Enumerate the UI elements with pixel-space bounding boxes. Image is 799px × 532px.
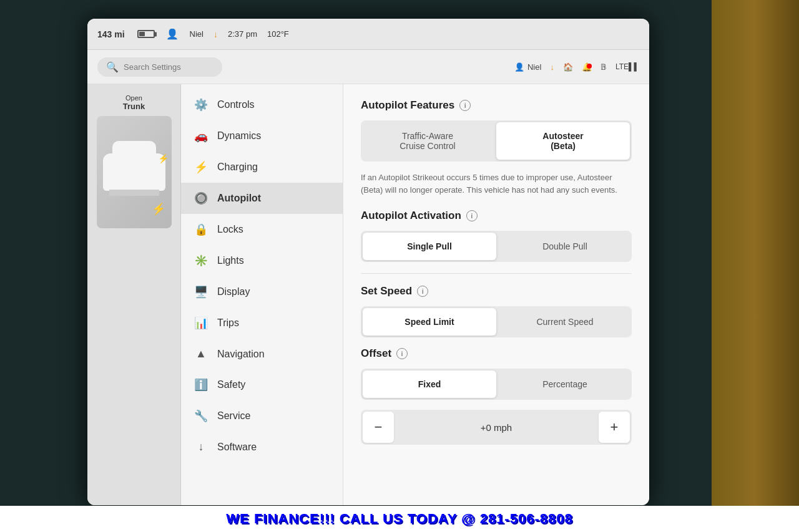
set-speed-info-icon[interactable]: i xyxy=(417,286,428,297)
bolt-badge: ⚡ xyxy=(158,153,169,163)
header-home-icon: 🏠 xyxy=(563,62,573,72)
speed-limit-btn[interactable]: Speed Limit xyxy=(363,308,496,336)
decrease-speed-btn[interactable]: − xyxy=(363,412,394,443)
trips-icon: 📊 xyxy=(194,316,208,330)
sidebar-item-controls[interactable]: ⚙️ Controls xyxy=(181,89,343,120)
sidebar-item-navigation[interactable]: ▲ Navigation xyxy=(181,339,343,369)
traffic-aware-btn[interactable]: Traffic-AwareCruise Control xyxy=(361,120,494,162)
bottom-banner-text: WE FINANCE!!! CALL US TODAY @ 281-506-88… xyxy=(226,511,572,526)
navigation-icon: ▲ xyxy=(194,347,208,360)
main-layout: Open Trunk ⚡ ⚡ ⚙️ Controls 🚗 Dynamics ⚡ … xyxy=(87,84,649,505)
sidebar-item-lights[interactable]: ✳️ Lights xyxy=(181,245,343,276)
offset-title: Offset xyxy=(361,347,391,360)
autopilot-features-info-icon[interactable]: i xyxy=(459,100,471,111)
autopilot-icon: 🔘 xyxy=(194,191,208,205)
bottom-banner: WE FINANCE!!! CALL US TODAY @ 281-506-88… xyxy=(0,506,799,532)
header-icons: 👤 Niel ↓ 🏠 🔔 𝔹 LTE▌▌ xyxy=(514,62,639,72)
current-speed-btn[interactable]: Current Speed xyxy=(498,306,632,337)
content-area: Autopilot Features i Traffic-AwareCruise… xyxy=(343,84,649,505)
software-icon: ↓ xyxy=(194,440,208,453)
set-speed-section: Set Speed i xyxy=(361,285,632,297)
speed-control: − +0 mph + xyxy=(361,410,632,445)
set-speed-toggle: Speed Limit Current Speed xyxy=(361,306,632,337)
safety-icon: ℹ️ xyxy=(194,378,208,392)
service-icon: 🔧 xyxy=(194,409,208,423)
header-download-icon: ↓ xyxy=(550,62,554,72)
offset-toggle: Fixed Percentage xyxy=(361,369,632,400)
sidebar-item-charging[interactable]: ⚡ Charging xyxy=(181,152,343,183)
autopilot-activation-info-icon[interactable]: i xyxy=(466,210,478,221)
sidebar-item-trips[interactable]: 📊 Trips xyxy=(181,307,343,339)
screen-container: 143 mi 👤 Niel ↓ 2:37 pm 102°F 🔍 👤 Niel ↓… xyxy=(87,19,649,505)
lights-icon: ✳️ xyxy=(194,254,208,268)
search-box[interactable]: 🔍 xyxy=(97,57,222,77)
mileage: 143 mi xyxy=(97,29,125,39)
autopilot-activation-title: Autopilot Activation xyxy=(361,210,461,222)
double-pull-btn[interactable]: Double Pull xyxy=(498,231,632,262)
controls-icon: ⚙️ xyxy=(194,98,208,112)
notification-dot xyxy=(587,64,592,69)
fixed-btn[interactable]: Fixed xyxy=(363,370,496,398)
header-user: 👤 Niel xyxy=(514,62,541,72)
notification-wrapper: 🔔 xyxy=(582,62,592,72)
percentage-btn[interactable]: Percentage xyxy=(498,369,632,400)
autopilot-activation-section: Autopilot Activation i xyxy=(361,210,632,222)
status-temp: 102°F xyxy=(267,29,289,39)
sidebar-item-safety[interactable]: ℹ️ Safety xyxy=(181,369,343,400)
offset-info-icon[interactable]: i xyxy=(396,348,408,359)
right-wood-panel xyxy=(712,0,799,532)
display-icon: 🖥️ xyxy=(194,285,208,299)
header-bar: 🔍 👤 Niel ↓ 🏠 🔔 𝔹 LTE▌▌ xyxy=(87,50,649,84)
sidebar: ⚙️ Controls 🚗 Dynamics ⚡ Charging 🔘 Auto… xyxy=(181,84,343,505)
status-bar: 143 mi 👤 Niel ↓ 2:37 pm 102°F xyxy=(87,19,649,50)
sidebar-item-autopilot[interactable]: 🔘 Autopilot xyxy=(181,183,343,214)
car-image: ⚡ ⚡ xyxy=(97,116,172,228)
search-icon: 🔍 xyxy=(106,61,119,73)
lightning-badge: ⚡ xyxy=(152,202,165,216)
download-arrow-status: ↓ xyxy=(213,29,218,39)
section-divider-1 xyxy=(361,273,632,274)
autosteer-btn[interactable]: Autosteer(Beta) xyxy=(496,122,630,160)
autopilot-features-section: Autopilot Features i xyxy=(361,99,632,112)
sidebar-item-dynamics[interactable]: 🚗 Dynamics xyxy=(181,120,343,152)
status-time: 2:37 pm xyxy=(228,29,257,39)
car-silhouette xyxy=(103,153,165,191)
sidebar-item-locks[interactable]: 🔒 Locks xyxy=(181,214,343,245)
sidebar-item-service[interactable]: 🔧 Service xyxy=(181,400,343,432)
autopilot-activation-toggle: Single Pull Double Pull xyxy=(361,231,632,262)
sidebar-item-software[interactable]: ↓ Software xyxy=(181,432,343,462)
battery-icon xyxy=(137,30,155,38)
header-username: Niel xyxy=(527,62,541,72)
sidebar-item-display[interactable]: 🖥️ Display xyxy=(181,276,343,307)
open-trunk-label: Open Trunk xyxy=(123,94,145,111)
car-panel: Open Trunk ⚡ ⚡ xyxy=(87,84,181,505)
search-input[interactable] xyxy=(124,62,211,72)
status-username: Niel xyxy=(190,29,203,39)
dynamics-icon: 🚗 xyxy=(194,129,208,143)
offset-section: Offset i xyxy=(361,347,632,360)
set-speed-title: Set Speed xyxy=(361,285,412,297)
autopilot-features-toggle: Traffic-AwareCruise Control Autosteer(Be… xyxy=(361,120,632,162)
user-icon-header: 👤 xyxy=(514,62,524,72)
locks-icon: 🔒 xyxy=(194,223,208,236)
charging-icon: ⚡ xyxy=(194,160,208,174)
increase-speed-btn[interactable]: + xyxy=(599,412,630,443)
user-icon-status: 👤 xyxy=(166,28,179,40)
single-pull-btn[interactable]: Single Pull xyxy=(363,233,496,260)
speed-value: +0 mph xyxy=(396,422,597,433)
bluetooth-icon: 𝔹 xyxy=(600,62,607,72)
autopilot-description: If an Autopilot Strikeout occurs 5 times… xyxy=(361,172,632,196)
signal-icon: LTE▌▌ xyxy=(615,62,639,71)
autopilot-features-title: Autopilot Features xyxy=(361,99,454,112)
